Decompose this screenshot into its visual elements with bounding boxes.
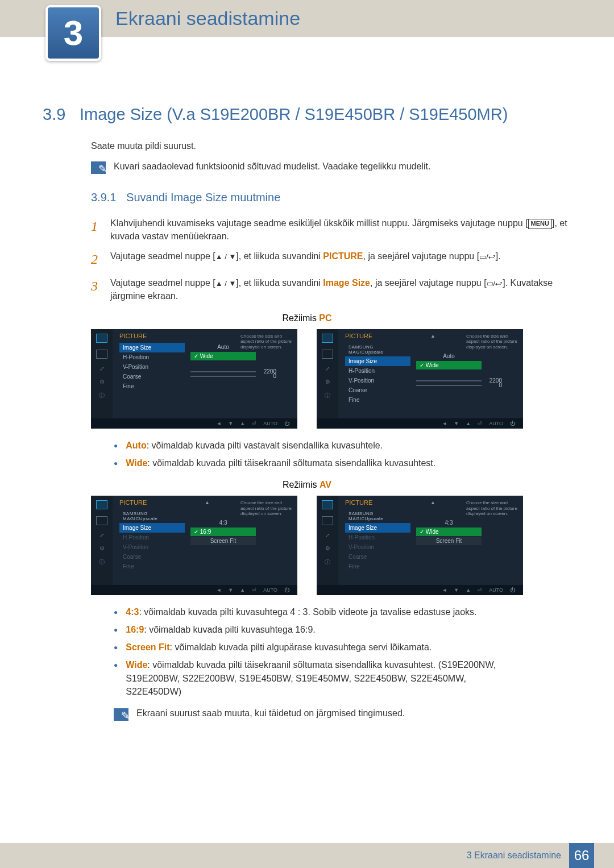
nav-enter-icon: ⏎	[478, 421, 482, 426]
enter-source-icon: ▭/⮐	[479, 252, 496, 263]
nav-down-icon: ▼	[228, 587, 233, 593]
auto-label: AUTO	[489, 421, 503, 426]
steps-list: 1 Klahvijuhendi kuvamiseks vajutage sead…	[91, 217, 580, 303]
mode-pc: PC	[319, 313, 331, 323]
osd-footer: ◄ ▼ ▲ ⏎ AUTO ⏻	[91, 585, 297, 595]
step-text: Klahvijuhendi kuvamiseks vajutage seadme…	[110, 218, 528, 228]
osd-menu-pc-2: ⤢ ⚙ ⓘ PICTURE ▲ SAMSUNG MAGICUpscale Ima…	[317, 329, 523, 429]
osd-val-169-selected: 16:9	[190, 528, 256, 536]
osd-item-dim: V-Position	[345, 542, 410, 552]
osd-help-text: Choose the size and aspect ratio of the …	[240, 500, 294, 517]
osd-help-text: Choose the size and aspect ratio of the …	[466, 334, 520, 350]
step-number: 3	[91, 276, 110, 302]
tab-icon	[96, 350, 107, 359]
page-footer: 3 Ekraani seadistamine 66	[0, 843, 614, 868]
up-arrow-icon: ▲	[205, 500, 210, 505]
osd-values: Auto Wide	[416, 352, 482, 389]
osd-item-dim: H-Position	[119, 533, 185, 542]
up-arrow-icon: ▲	[430, 333, 435, 339]
enter-source-icon: ▭/⮐	[487, 279, 503, 289]
osd-item-list: SAMSUNG MAGICUpscale Image Size H-Positi…	[119, 509, 185, 571]
mode-prefix: Režiimis	[283, 480, 320, 489]
intro-text: Saate muuta pildi suurust.	[91, 141, 580, 151]
bullet-dot-icon: ●	[114, 439, 118, 452]
note-text: Kuvari saadaolevad funktsioonid sõltuvad…	[114, 161, 430, 172]
bullet-text: : võimaldab kuvada pilti täisekraanil sõ…	[126, 660, 496, 696]
power-icon: ⏻	[510, 587, 515, 593]
gear-icon: ⚙	[325, 379, 330, 385]
bullet-keyword: 16:9	[126, 625, 144, 634]
osd-sidebar: ⤢ ⚙ ⓘ	[91, 496, 113, 585]
osd-menu-av-1: ⤢ ⚙ ⓘ PICTURE ▲ SAMSUNG MAGICUpscale Ima…	[91, 496, 297, 595]
osd-val-43: 4:3	[190, 518, 256, 527]
step-2: 2 Vajutage seadmel nuppe [▲ / ▼], et lii…	[91, 250, 580, 269]
osd-item: V-Position	[345, 376, 410, 385]
note-text: Ekraani suurust saab muuta, kui täidetud…	[136, 708, 405, 719]
subsection-heading: 3.9.1 Suvandi Image Size muutmine	[91, 191, 580, 204]
up-arrow-icon: ▲	[430, 500, 435, 505]
chapter-number-badge: 3	[45, 5, 101, 61]
bullet-keyword: 4:3	[126, 607, 139, 617]
section-number: 3.9	[43, 105, 65, 123]
section-title: Image Size (V.a S19E200BR / S19E450BR / …	[80, 105, 508, 123]
tab-icon	[96, 516, 107, 525]
osd-item-image-size: Image Size	[119, 523, 185, 533]
osd-sidebar: ⤢ ⚙ ⓘ	[91, 329, 113, 418]
note-icon	[114, 708, 128, 721]
power-icon: ⏻	[510, 421, 515, 426]
osd-values: 4:3 Wide Screen Fit	[416, 518, 482, 546]
bullet-keyword: Wide	[126, 458, 147, 468]
bullet-item: ● 4:3: võimaldab kuvada pilti kuvasuhteg…	[114, 605, 523, 618]
nav-left-icon: ◄	[216, 587, 221, 593]
osd-sidebar: ⤢ ⚙ ⓘ	[317, 496, 338, 585]
step-body: Klahvijuhendi kuvamiseks vajutage seadme…	[110, 217, 580, 243]
step-3: 3 Vajutage seadmel nuppe [▲ / ▼], et lii…	[91, 276, 580, 302]
osd-item-dim: Fine	[345, 562, 410, 571]
note-block: Ekraani suurust saab muuta, kui täidetud…	[114, 708, 580, 721]
osd-item-image-size: Image Size	[345, 523, 410, 533]
osd-val-screenfit: Screen Fit	[190, 537, 256, 545]
bullet-dot-icon: ●	[114, 605, 118, 618]
step-number: 2	[91, 250, 110, 269]
note-block: Kuvari saadaolevad funktsioonid sõltuvad…	[91, 161, 580, 174]
page-header: 3 Ekraani seadistamine	[0, 0, 614, 37]
document-page: 3 Ekraani seadistamine 3.9 Image Size (V…	[0, 0, 614, 868]
osd-item-dim: Coarse	[345, 552, 410, 562]
osd-item-magic-upscale: SAMSUNG MAGICUpscale	[345, 343, 410, 356]
osd-item: Coarse	[119, 372, 185, 381]
step-text: , ja seejärel vajutage nuppu [	[363, 251, 480, 261]
step-text: , ja seejärel vajutage nuppu [	[370, 278, 487, 288]
nav-down-icon: ▼	[454, 421, 459, 426]
osd-title: PICTURE	[119, 333, 147, 339]
osd-val-43: 4:3	[416, 518, 482, 527]
nav-left-icon: ◄	[442, 421, 447, 426]
step-text: ], et liikuda suvandini	[236, 278, 323, 288]
osd-footer: ◄ ▼ ▲ ⏎ AUTO ⏻	[317, 585, 523, 595]
picture-tab-icon	[322, 334, 333, 343]
osd-menu-av-2: ⤢ ⚙ ⓘ PICTURE ▲ SAMSUNG MAGICUpscale Ima…	[317, 496, 523, 595]
step-text: Vajutage seadmel nuppe [	[110, 251, 215, 261]
arrows-icon: ⤢	[325, 366, 330, 372]
coarse-slider	[190, 371, 256, 372]
up-down-icon: ▲ / ▼	[215, 252, 237, 263]
osd-row-av: ⤢ ⚙ ⓘ PICTURE ▲ SAMSUNG MAGICUpscale Ima…	[91, 496, 523, 595]
nav-up-icon: ▲	[240, 587, 245, 593]
note-icon	[91, 161, 106, 174]
bullets-pc: ● Auto: võimaldab kuvada pilti vastavalt…	[114, 439, 523, 470]
subsection-title: Suvandi Image Size muutmine	[126, 191, 280, 203]
mode-prefix: Režiimis	[282, 313, 319, 323]
bullet-dot-icon: ●	[114, 658, 118, 698]
gear-icon: ⚙	[99, 545, 105, 551]
step-body: Vajutage seadmel nuppe [▲ / ▼], et liiku…	[110, 250, 580, 269]
bullet-dot-icon: ●	[114, 623, 118, 636]
fine-slider	[190, 376, 256, 377]
nav-up-icon: ▲	[466, 421, 471, 426]
nav-enter-icon: ⏎	[478, 587, 482, 593]
nav-enter-icon: ⏎	[252, 587, 256, 593]
osd-item-magic-upscale: SAMSUNG MAGICUpscale	[119, 509, 185, 523]
nav-down-icon: ▼	[454, 587, 459, 593]
osd-val-screenfit: Screen Fit	[416, 537, 482, 545]
osd-help-text: Choose the size and aspect ratio of the …	[466, 500, 520, 517]
osd-footer: ◄ ▼ ▲ ⏎ AUTO ⏻	[91, 418, 297, 429]
bullet-text: : võimaldab kuvada pilti kuvasuhtega 4 :…	[139, 607, 476, 617]
